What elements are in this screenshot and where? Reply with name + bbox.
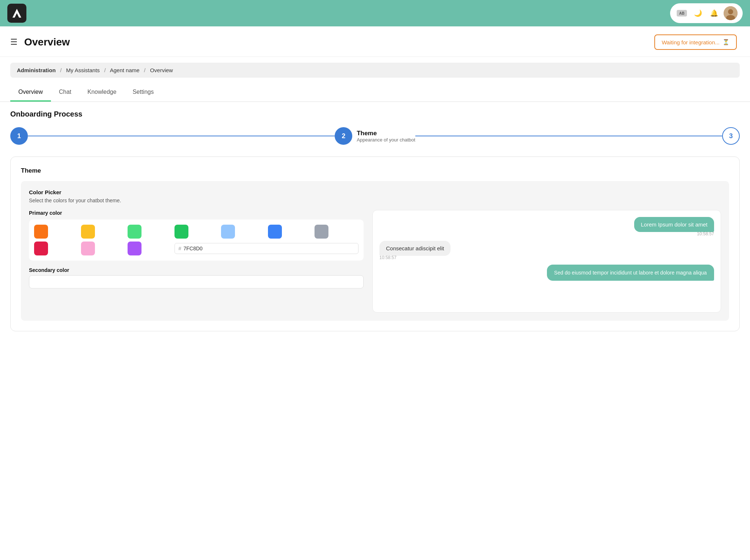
onboarding-title: Onboarding Process <box>10 110 740 118</box>
waiting-integration-button[interactable]: Waiting for integration... ⏳ <box>654 34 737 50</box>
swatch-pink[interactable] <box>81 242 95 255</box>
breadcrumb-admin[interactable]: Administration <box>17 67 56 73</box>
chat-msg-3-text: Sed do eiusmod tempor incididunt ut labo… <box>554 270 707 276</box>
step-1-number: 1 <box>17 132 21 140</box>
logo[interactable] <box>7 4 26 23</box>
step-2-sub: Appearance of your chatbot <box>357 137 415 143</box>
tab-overview[interactable]: Overview <box>10 84 51 102</box>
swatch-red[interactable] <box>34 242 48 255</box>
chat-msg-2-group: Consecatur adiscipit elit 10:58:57 <box>379 241 714 260</box>
swatch-light-blue[interactable] <box>221 225 235 239</box>
notifications-icon[interactable]: 🔔 <box>707 7 721 20</box>
chat-bubble-left-1: Consecatur adiscipit elit <box>379 241 451 256</box>
chat-msg-2-text: Consecatur adiscipit elit <box>386 245 444 251</box>
hex-symbol-icon: # <box>179 246 181 251</box>
step-2-number: 2 <box>342 132 345 140</box>
secondary-color-bar[interactable] <box>29 275 364 288</box>
logo-icon <box>11 7 23 19</box>
breadcrumb-my-assistants[interactable]: My Assistants <box>66 67 100 73</box>
menu-icon[interactable]: ☰ <box>10 37 18 47</box>
color-picker-subtitle: Select the colors for your chatbot theme… <box>29 198 721 203</box>
nav-right-group: AB 🌙 🔔 <box>670 3 743 23</box>
step-line-2 <box>415 136 722 136</box>
dark-mode-icon[interactable]: 🌙 <box>691 7 705 20</box>
swatch-grid: # 7FC8D0 <box>29 220 364 261</box>
chat-preview: Lorem Ipsum dolor sit amet 10:58:57 Cons… <box>372 210 721 313</box>
theme-card-title: Theme <box>21 167 729 174</box>
chat-msg-1-group: Lorem Ipsum dolor sit amet 10:58:57 <box>379 217 714 236</box>
chat-bubble-right-2: Sed do eiusmod tempor incididunt ut labo… <box>547 265 714 281</box>
color-picker-section: Color Picker Select the colors for your … <box>21 181 729 321</box>
step-1-circle[interactable]: 1 <box>10 127 28 145</box>
chat-bubble-right-1: Lorem Ipsum dolor sit amet <box>634 217 714 232</box>
swatch-orange[interactable] <box>34 225 48 239</box>
primary-color-label: Primary color <box>29 210 364 216</box>
swatch-gray[interactable] <box>315 225 328 239</box>
svg-point-3 <box>728 9 733 14</box>
step-3-circle[interactable]: 3 <box>722 127 740 145</box>
color-swatches-area: Primary color <box>29 210 364 313</box>
tab-settings[interactable]: Settings <box>125 84 162 102</box>
tabs-bar: Overview Chat Knowledge Settings <box>0 84 750 102</box>
tab-chat[interactable]: Chat <box>51 84 80 102</box>
ab-icon[interactable]: AB <box>675 7 688 20</box>
chat-time-1: 10:58:57 <box>697 231 714 236</box>
swatch-light-green[interactable] <box>128 225 141 239</box>
step-2-circle[interactable]: 2 <box>335 127 352 145</box>
step-line-1 <box>28 136 335 136</box>
page-header: ☰ Overview Waiting for integration... ⏳ <box>0 26 750 57</box>
step-2-info: Theme Appearance of your chatbot <box>357 130 415 143</box>
tab-knowledge[interactable]: Knowledge <box>79 84 124 102</box>
chat-time-2: 10:58:57 <box>379 255 397 260</box>
step-2-group: 2 Theme Appearance of your chatbot <box>335 127 415 145</box>
onboarding-steps: 1 2 Theme Appearance of your chatbot 3 <box>10 127 740 145</box>
theme-card: Theme Color Picker Select the colors for… <box>10 156 740 331</box>
breadcrumb-sep-3: / <box>144 67 146 73</box>
avatar[interactable] <box>724 6 738 20</box>
chat-msg-3-group: Sed do eiusmod tempor incididunt ut labo… <box>379 265 714 281</box>
header-left: ☰ Overview <box>10 36 70 48</box>
hex-value-display: 7FC8D0 <box>184 246 203 251</box>
breadcrumb-sep-2: / <box>104 67 106 73</box>
breadcrumb-sep-1: / <box>60 67 62 73</box>
page-content: Onboarding Process 1 2 Theme Appearance … <box>0 110 750 342</box>
breadcrumb: Administration / My Assistants / Agent n… <box>10 63 740 78</box>
step-2-label: Theme <box>357 130 415 137</box>
hex-input[interactable]: # 7FC8D0 <box>174 243 359 254</box>
svg-text:AB: AB <box>679 11 684 15</box>
step-3-number: 3 <box>729 132 733 140</box>
swatch-blue[interactable] <box>268 225 282 239</box>
breadcrumb-agent-name[interactable]: Agent name <box>110 67 140 73</box>
waiting-label: Waiting for integration... <box>662 39 720 45</box>
color-picker-columns: Primary color <box>29 210 721 313</box>
color-picker-title: Color Picker <box>29 189 721 195</box>
swatch-green[interactable] <box>174 225 188 239</box>
swatch-purple[interactable] <box>128 242 141 255</box>
chat-msg-1-text: Lorem Ipsum dolor sit amet <box>641 221 707 228</box>
waiting-icon: ⏳ <box>723 39 729 45</box>
top-navbar: AB 🌙 🔔 <box>0 0 750 26</box>
page-title: Overview <box>24 36 70 48</box>
breadcrumb-overview: Overview <box>150 67 173 73</box>
main-content: ☰ Overview Waiting for integration... ⏳ … <box>0 26 750 560</box>
secondary-color-label: Secondary color <box>29 267 364 273</box>
swatch-yellow[interactable] <box>81 225 95 239</box>
